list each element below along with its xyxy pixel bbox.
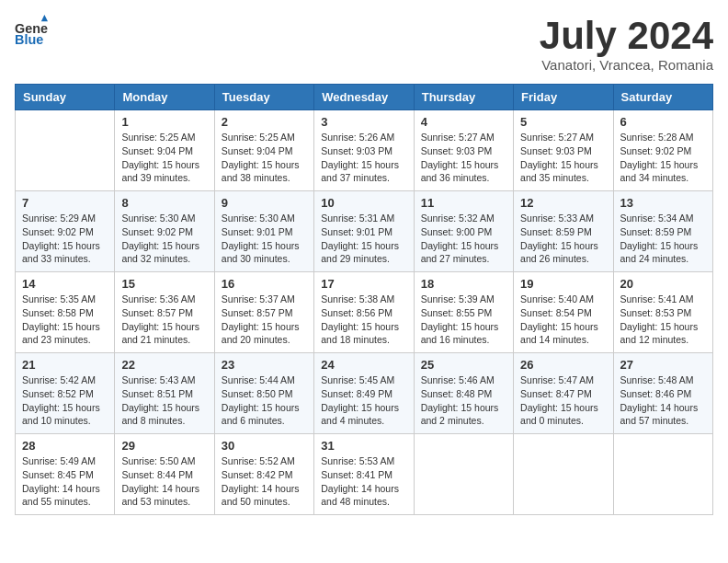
day-cell: [613, 434, 712, 515]
day-cell: [514, 434, 613, 515]
day-cell: 20Sunrise: 5:41 AM Sunset: 8:53 PM Dayli…: [613, 272, 712, 353]
weekday-header-monday: Monday: [115, 85, 214, 110]
day-info: Sunrise: 5:30 AM Sunset: 9:02 PM Dayligh…: [121, 212, 207, 266]
day-cell: 12Sunrise: 5:33 AM Sunset: 8:59 PM Dayli…: [514, 191, 613, 272]
weekday-header-tuesday: Tuesday: [214, 85, 313, 110]
day-number: 17: [321, 277, 406, 291]
day-number: 1: [121, 115, 207, 129]
weekday-header-thursday: Thursday: [414, 85, 513, 110]
svg-marker-2: [41, 15, 48, 21]
day-info: Sunrise: 5:50 AM Sunset: 8:44 PM Dayligh…: [121, 454, 207, 509]
day-info: Sunrise: 5:53 AM Sunset: 8:41 PM Dayligh…: [321, 454, 406, 509]
day-number: 7: [22, 196, 108, 210]
day-number: 16: [222, 277, 307, 291]
day-info: Sunrise: 5:48 AM Sunset: 8:46 PM Dayligh…: [620, 373, 706, 428]
day-info: Sunrise: 5:40 AM Sunset: 8:54 PM Dayligh…: [520, 293, 606, 347]
week-row-2: 7Sunrise: 5:29 AM Sunset: 9:02 PM Daylig…: [16, 191, 713, 272]
week-row-4: 21Sunrise: 5:42 AM Sunset: 8:52 PM Dayli…: [16, 353, 713, 434]
day-cell: 18Sunrise: 5:39 AM Sunset: 8:55 PM Dayli…: [414, 272, 513, 353]
day-info: Sunrise: 5:27 AM Sunset: 9:03 PM Dayligh…: [421, 131, 506, 185]
day-number: 26: [520, 358, 606, 372]
logo-icon: General Blue: [15, 15, 48, 48]
day-number: 29: [121, 439, 207, 453]
day-number: 21: [22, 358, 108, 372]
day-cell: 27Sunrise: 5:48 AM Sunset: 8:46 PM Dayli…: [613, 353, 712, 434]
day-info: Sunrise: 5:34 AM Sunset: 8:59 PM Dayligh…: [620, 212, 706, 266]
day-cell: 26Sunrise: 5:47 AM Sunset: 8:47 PM Dayli…: [514, 353, 613, 434]
month-title: July 2024: [540, 15, 713, 57]
day-info: Sunrise: 5:47 AM Sunset: 8:47 PM Dayligh…: [520, 373, 606, 428]
day-cell: 6Sunrise: 5:28 AM Sunset: 9:02 PM Daylig…: [613, 110, 712, 191]
day-number: 28: [22, 439, 108, 453]
day-number: 12: [520, 196, 606, 210]
day-cell: 21Sunrise: 5:42 AM Sunset: 8:52 PM Dayli…: [16, 353, 115, 434]
day-cell: 5Sunrise: 5:27 AM Sunset: 9:03 PM Daylig…: [514, 110, 613, 191]
page-header: General Blue July 2024 Vanatori, Vrancea…: [15, 15, 713, 73]
day-number: 20: [620, 277, 706, 291]
day-cell: 13Sunrise: 5:34 AM Sunset: 8:59 PM Dayli…: [613, 191, 712, 272]
day-cell: 4Sunrise: 5:27 AM Sunset: 9:03 PM Daylig…: [414, 110, 513, 191]
day-info: Sunrise: 5:43 AM Sunset: 8:51 PM Dayligh…: [121, 373, 207, 428]
day-number: 19: [520, 277, 606, 291]
title-block: July 2024 Vanatori, Vrancea, Romania: [540, 15, 713, 73]
weekday-header-wednesday: Wednesday: [314, 85, 414, 110]
day-cell: 23Sunrise: 5:44 AM Sunset: 8:50 PM Dayli…: [214, 353, 313, 434]
day-cell: 14Sunrise: 5:35 AM Sunset: 8:58 PM Dayli…: [16, 272, 115, 353]
day-number: 3: [321, 115, 406, 129]
day-cell: 31Sunrise: 5:53 AM Sunset: 8:41 PM Dayli…: [314, 434, 414, 515]
day-number: 25: [421, 358, 506, 372]
day-info: Sunrise: 5:41 AM Sunset: 8:53 PM Dayligh…: [620, 293, 706, 347]
day-number: 2: [222, 115, 307, 129]
weekday-header-friday: Friday: [514, 85, 613, 110]
day-number: 8: [121, 196, 207, 210]
day-cell: 30Sunrise: 5:52 AM Sunset: 8:42 PM Dayli…: [214, 434, 313, 515]
day-cell: [414, 434, 513, 515]
day-info: Sunrise: 5:46 AM Sunset: 8:48 PM Dayligh…: [421, 373, 506, 428]
day-number: 14: [22, 277, 108, 291]
day-cell: 11Sunrise: 5:32 AM Sunset: 9:00 PM Dayli…: [414, 191, 513, 272]
day-cell: 8Sunrise: 5:30 AM Sunset: 9:02 PM Daylig…: [115, 191, 214, 272]
week-row-1: 1Sunrise: 5:25 AM Sunset: 9:04 PM Daylig…: [16, 110, 713, 191]
day-info: Sunrise: 5:30 AM Sunset: 9:01 PM Dayligh…: [222, 212, 307, 266]
day-info: Sunrise: 5:32 AM Sunset: 9:00 PM Dayligh…: [421, 212, 506, 266]
day-info: Sunrise: 5:25 AM Sunset: 9:04 PM Dayligh…: [222, 131, 307, 185]
day-info: Sunrise: 5:52 AM Sunset: 8:42 PM Dayligh…: [222, 454, 307, 509]
calendar-table: SundayMondayTuesdayWednesdayThursdayFrid…: [15, 84, 713, 515]
day-cell: 17Sunrise: 5:38 AM Sunset: 8:56 PM Dayli…: [314, 272, 414, 353]
day-number: 9: [222, 196, 307, 210]
day-info: Sunrise: 5:44 AM Sunset: 8:50 PM Dayligh…: [222, 373, 307, 428]
logo: General Blue: [15, 15, 51, 48]
svg-text:Blue: Blue: [15, 32, 43, 47]
day-number: 13: [620, 196, 706, 210]
day-number: 24: [321, 358, 406, 372]
day-cell: 19Sunrise: 5:40 AM Sunset: 8:54 PM Dayli…: [514, 272, 613, 353]
day-info: Sunrise: 5:38 AM Sunset: 8:56 PM Dayligh…: [321, 293, 406, 347]
day-info: Sunrise: 5:36 AM Sunset: 8:57 PM Dayligh…: [121, 293, 207, 347]
day-number: 6: [620, 115, 706, 129]
day-cell: 28Sunrise: 5:49 AM Sunset: 8:45 PM Dayli…: [16, 434, 115, 515]
day-cell: 1Sunrise: 5:25 AM Sunset: 9:04 PM Daylig…: [115, 110, 214, 191]
day-number: 10: [321, 196, 406, 210]
day-info: Sunrise: 5:27 AM Sunset: 9:03 PM Dayligh…: [520, 131, 606, 185]
day-cell: 2Sunrise: 5:25 AM Sunset: 9:04 PM Daylig…: [214, 110, 313, 191]
day-cell: 15Sunrise: 5:36 AM Sunset: 8:57 PM Dayli…: [115, 272, 214, 353]
day-info: Sunrise: 5:35 AM Sunset: 8:58 PM Dayligh…: [22, 293, 108, 347]
day-info: Sunrise: 5:39 AM Sunset: 8:55 PM Dayligh…: [421, 293, 506, 347]
day-cell: 16Sunrise: 5:37 AM Sunset: 8:57 PM Dayli…: [214, 272, 313, 353]
day-number: 23: [222, 358, 307, 372]
day-cell: 10Sunrise: 5:31 AM Sunset: 9:01 PM Dayli…: [314, 191, 414, 272]
weekday-header-row: SundayMondayTuesdayWednesdayThursdayFrid…: [16, 85, 713, 110]
day-cell: 24Sunrise: 5:45 AM Sunset: 8:49 PM Dayli…: [314, 353, 414, 434]
day-number: 22: [121, 358, 207, 372]
day-number: 15: [121, 277, 207, 291]
day-cell: 7Sunrise: 5:29 AM Sunset: 9:02 PM Daylig…: [16, 191, 115, 272]
day-info: Sunrise: 5:49 AM Sunset: 8:45 PM Dayligh…: [22, 454, 108, 509]
day-number: 27: [620, 358, 706, 372]
day-number: 5: [520, 115, 606, 129]
location: Vanatori, Vrancea, Romania: [540, 57, 713, 73]
day-info: Sunrise: 5:28 AM Sunset: 9:02 PM Dayligh…: [620, 131, 706, 185]
day-info: Sunrise: 5:25 AM Sunset: 9:04 PM Dayligh…: [121, 131, 207, 185]
day-number: 11: [421, 196, 506, 210]
day-info: Sunrise: 5:45 AM Sunset: 8:49 PM Dayligh…: [321, 373, 406, 428]
day-number: 31: [321, 439, 406, 453]
